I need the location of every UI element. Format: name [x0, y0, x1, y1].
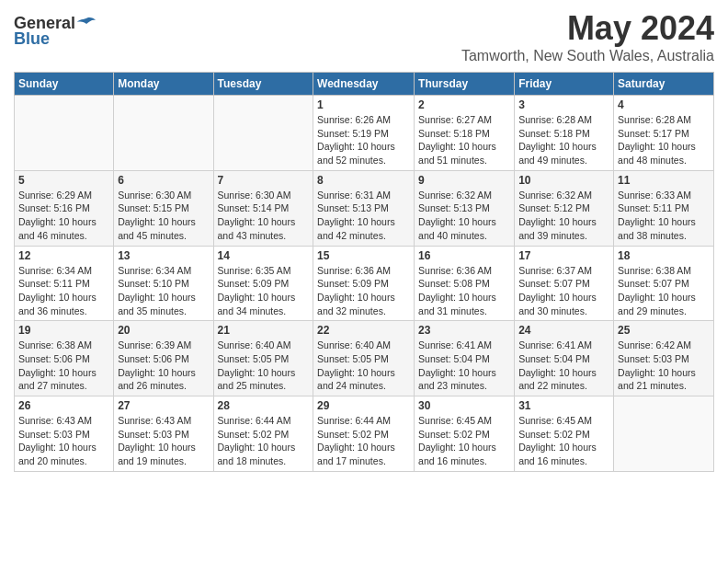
calendar-cell: 15Sunrise: 6:36 AMSunset: 5:09 PMDayligh… [313, 246, 415, 321]
day-number: 4 [618, 98, 710, 111]
day-info: Sunrise: 6:31 AMSunset: 5:13 PMDaylight:… [317, 189, 410, 243]
day-number: 17 [518, 249, 609, 262]
day-info: Sunrise: 6:32 AMSunset: 5:13 PMDaylight:… [418, 189, 510, 243]
main-title: May 2024 [461, 9, 714, 48]
calendar-cell: 30Sunrise: 6:45 AMSunset: 5:02 PMDayligh… [415, 396, 515, 472]
day-number: 24 [518, 324, 609, 337]
day-number: 27 [118, 399, 209, 412]
calendar-cell: 6Sunrise: 6:30 AMSunset: 5:15 PMDaylight… [114, 170, 213, 246]
calendar-cell: 10Sunrise: 6:32 AMSunset: 5:12 PMDayligh… [515, 170, 614, 246]
calendar-cell: 13Sunrise: 6:34 AMSunset: 5:10 PMDayligh… [114, 246, 213, 321]
day-number: 5 [18, 174, 109, 187]
logo-bird-icon [77, 17, 96, 31]
weekday-header-saturday: Saturday [614, 73, 714, 96]
day-info: Sunrise: 6:38 AMSunset: 5:06 PMDaylight:… [18, 339, 109, 393]
day-number: 25 [618, 324, 710, 337]
weekday-header-thursday: Thursday [415, 73, 515, 96]
calendar-cell: 17Sunrise: 6:37 AMSunset: 5:07 PMDayligh… [515, 246, 614, 321]
calendar-cell [114, 96, 213, 171]
day-info: Sunrise: 6:42 AMSunset: 5:03 PMDaylight:… [618, 339, 710, 393]
title-block: May 2024 Tamworth, New South Wales, Aust… [461, 9, 714, 64]
day-number: 22 [317, 324, 410, 337]
day-number: 30 [418, 399, 510, 412]
calendar-week-5: 26Sunrise: 6:43 AMSunset: 5:03 PMDayligh… [15, 396, 714, 472]
day-info: Sunrise: 6:34 AMSunset: 5:11 PMDaylight:… [18, 264, 109, 318]
day-info: Sunrise: 6:39 AMSunset: 5:06 PMDaylight:… [118, 339, 209, 393]
calendar-week-2: 5Sunrise: 6:29 AMSunset: 5:16 PMDaylight… [15, 170, 714, 246]
day-number: 14 [218, 249, 310, 262]
day-info: Sunrise: 6:45 AMSunset: 5:02 PMDaylight:… [518, 414, 609, 468]
calendar-cell: 19Sunrise: 6:38 AMSunset: 5:06 PMDayligh… [15, 321, 114, 396]
calendar-cell [15, 96, 114, 171]
day-number: 15 [317, 249, 410, 262]
day-number: 16 [418, 249, 510, 262]
day-info: Sunrise: 6:28 AMSunset: 5:18 PMDaylight:… [518, 113, 609, 167]
weekday-header-monday: Monday [114, 73, 213, 96]
day-info: Sunrise: 6:30 AMSunset: 5:14 PMDaylight:… [218, 189, 310, 243]
calendar-cell: 2Sunrise: 6:27 AMSunset: 5:18 PMDaylight… [415, 96, 515, 171]
calendar-cell: 22Sunrise: 6:40 AMSunset: 5:05 PMDayligh… [313, 321, 415, 396]
day-number: 11 [618, 174, 710, 187]
calendar-cell: 11Sunrise: 6:33 AMSunset: 5:11 PMDayligh… [614, 170, 714, 246]
day-number: 18 [618, 249, 710, 262]
calendar-cell: 4Sunrise: 6:28 AMSunset: 5:17 PMDaylight… [614, 96, 714, 171]
page-header: General Blue May 2024 Tamworth, New Sout… [14, 9, 714, 64]
day-number: 29 [317, 399, 410, 412]
calendar-cell: 23Sunrise: 6:41 AMSunset: 5:04 PMDayligh… [415, 321, 515, 396]
day-number: 23 [418, 324, 510, 337]
calendar-cell: 7Sunrise: 6:30 AMSunset: 5:14 PMDaylight… [213, 170, 313, 246]
logo: General Blue [14, 14, 96, 49]
day-info: Sunrise: 6:40 AMSunset: 5:05 PMDaylight:… [317, 339, 410, 393]
weekday-header-row: SundayMondayTuesdayWednesdayThursdayFrid… [15, 73, 714, 96]
day-number: 20 [118, 324, 209, 337]
calendar-cell: 16Sunrise: 6:36 AMSunset: 5:08 PMDayligh… [415, 246, 515, 321]
day-number: 3 [518, 98, 609, 111]
day-info: Sunrise: 6:33 AMSunset: 5:11 PMDaylight:… [618, 189, 710, 243]
day-info: Sunrise: 6:28 AMSunset: 5:17 PMDaylight:… [618, 113, 710, 167]
calendar-cell: 18Sunrise: 6:38 AMSunset: 5:07 PMDayligh… [614, 246, 714, 321]
calendar-cell: 9Sunrise: 6:32 AMSunset: 5:13 PMDaylight… [415, 170, 515, 246]
day-info: Sunrise: 6:41 AMSunset: 5:04 PMDaylight:… [518, 339, 609, 393]
calendar-cell: 20Sunrise: 6:39 AMSunset: 5:06 PMDayligh… [114, 321, 213, 396]
day-info: Sunrise: 6:40 AMSunset: 5:05 PMDaylight:… [218, 339, 310, 393]
day-number: 21 [218, 324, 310, 337]
day-info: Sunrise: 6:45 AMSunset: 5:02 PMDaylight:… [418, 414, 510, 468]
day-info: Sunrise: 6:43 AMSunset: 5:03 PMDaylight:… [18, 414, 109, 468]
calendar-week-1: 1Sunrise: 6:26 AMSunset: 5:19 PMDaylight… [15, 96, 714, 171]
day-info: Sunrise: 6:36 AMSunset: 5:08 PMDaylight:… [418, 264, 510, 318]
weekday-header-wednesday: Wednesday [313, 73, 415, 96]
day-number: 31 [518, 399, 609, 412]
day-info: Sunrise: 6:44 AMSunset: 5:02 PMDaylight:… [218, 414, 310, 468]
day-number: 1 [317, 98, 410, 111]
day-info: Sunrise: 6:41 AMSunset: 5:04 PMDaylight:… [418, 339, 510, 393]
day-info: Sunrise: 6:43 AMSunset: 5:03 PMDaylight:… [118, 414, 209, 468]
day-info: Sunrise: 6:37 AMSunset: 5:07 PMDaylight:… [518, 264, 609, 318]
day-info: Sunrise: 6:38 AMSunset: 5:07 PMDaylight:… [618, 264, 710, 318]
day-info: Sunrise: 6:32 AMSunset: 5:12 PMDaylight:… [518, 189, 609, 243]
day-number: 13 [118, 249, 209, 262]
calendar-cell: 21Sunrise: 6:40 AMSunset: 5:05 PMDayligh… [213, 321, 313, 396]
day-number: 28 [218, 399, 310, 412]
calendar-cell: 1Sunrise: 6:26 AMSunset: 5:19 PMDaylight… [313, 96, 415, 171]
calendar-cell: 27Sunrise: 6:43 AMSunset: 5:03 PMDayligh… [114, 396, 213, 472]
day-info: Sunrise: 6:26 AMSunset: 5:19 PMDaylight:… [317, 113, 410, 167]
calendar-cell: 8Sunrise: 6:31 AMSunset: 5:13 PMDaylight… [313, 170, 415, 246]
day-info: Sunrise: 6:36 AMSunset: 5:09 PMDaylight:… [317, 264, 410, 318]
calendar-week-3: 12Sunrise: 6:34 AMSunset: 5:11 PMDayligh… [15, 246, 714, 321]
weekday-header-tuesday: Tuesday [213, 73, 313, 96]
day-info: Sunrise: 6:44 AMSunset: 5:02 PMDaylight:… [317, 414, 410, 468]
day-info: Sunrise: 6:27 AMSunset: 5:18 PMDaylight:… [418, 113, 510, 167]
day-number: 8 [317, 174, 410, 187]
calendar-cell [213, 96, 313, 171]
subtitle: Tamworth, New South Wales, Australia [461, 48, 714, 64]
day-number: 6 [118, 174, 209, 187]
calendar-cell: 12Sunrise: 6:34 AMSunset: 5:11 PMDayligh… [15, 246, 114, 321]
day-number: 26 [18, 399, 109, 412]
calendar-week-4: 19Sunrise: 6:38 AMSunset: 5:06 PMDayligh… [15, 321, 714, 396]
weekday-header-friday: Friday [515, 73, 614, 96]
calendar-cell: 28Sunrise: 6:44 AMSunset: 5:02 PMDayligh… [213, 396, 313, 472]
day-number: 7 [218, 174, 310, 187]
calendar-table: SundayMondayTuesdayWednesdayThursdayFrid… [14, 72, 714, 472]
logo-blue-text: Blue [14, 29, 50, 49]
day-info: Sunrise: 6:29 AMSunset: 5:16 PMDaylight:… [18, 189, 109, 243]
